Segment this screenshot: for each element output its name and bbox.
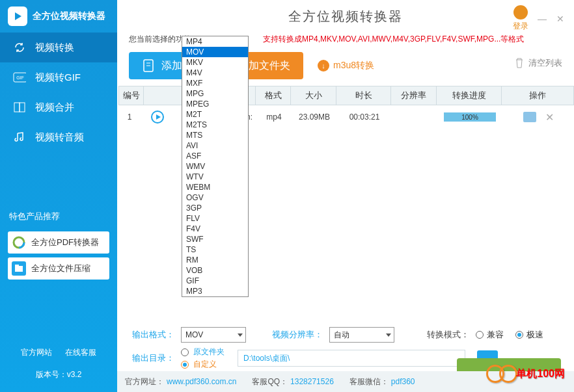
m3u8-button[interactable]: ↓ m3u8转换 [318, 60, 374, 72]
nav-video-convert[interactable]: 视频转换 [0, 33, 117, 62]
login-button[interactable]: 登录 [513, 5, 528, 32]
close-button[interactable]: ✕ [556, 14, 565, 23]
resolution-select[interactable]: 自动 [329, 327, 394, 343]
nav-label: 视频合并 [35, 101, 74, 114]
output-format-label: 输出格式： [129, 329, 174, 341]
th-res: 分辨率 [391, 86, 437, 105]
dropdown-option[interactable]: WTV [182, 172, 248, 182]
dropdown-option[interactable]: MKV [182, 57, 248, 68]
dropdown-option[interactable]: MTS [182, 130, 248, 140]
nav-video-gif[interactable]: GIF 视频转GIF [0, 62, 117, 92]
dropdown-option[interactable]: ASF [182, 151, 248, 161]
th-fmt: 格式 [256, 86, 291, 105]
chevron-down-icon [386, 333, 391, 337]
orig-folder-radio[interactable]: 原文件夹 [181, 346, 225, 358]
th-dur: 时长 [336, 86, 391, 105]
nav-label: 视频转音频 [35, 131, 84, 144]
svg-text:GIF: GIF [16, 75, 24, 80]
dropdown-option[interactable]: MP4 [182, 36, 248, 47]
merge-icon [13, 101, 26, 114]
play-icon[interactable] [151, 111, 164, 124]
dropdown-option[interactable]: M4V [182, 68, 248, 78]
dropdown-option[interactable]: MP3 [182, 286, 248, 296]
nav-label: 视频转换 [35, 42, 74, 54]
user-icon [513, 5, 528, 20]
compress-icon [12, 261, 26, 276]
chevron-down-icon [238, 333, 243, 337]
link-site[interactable]: www.pdf360.com.cn [167, 377, 236, 386]
open-folder-icon[interactable] [523, 112, 536, 122]
dropdown-option[interactable]: TS [182, 244, 248, 255]
dropdown-option[interactable]: MOV [182, 47, 248, 57]
output-dir-label: 输出目录： [129, 352, 174, 364]
trash-icon [514, 57, 525, 69]
app-title: 全方位视频转换器 [288, 8, 403, 25]
nav-label: 视频转GIF [35, 72, 81, 84]
dropdown-option[interactable]: MXF [182, 78, 248, 88]
dropdown-option[interactable]: SWF [182, 234, 248, 244]
recommend-label: 全方位PDF转换器 [31, 237, 99, 248]
recommend-label: 全方位文件压缩 [31, 263, 90, 274]
dropdown-option[interactable]: WEBM [182, 182, 248, 192]
resolution-label: 视频分辨率： [272, 329, 323, 341]
delete-row-icon[interactable]: ✕ [545, 111, 554, 124]
cell-num: 1 [117, 112, 142, 122]
mode-fast-radio[interactable]: 极速 [515, 329, 543, 341]
dropdown-option[interactable]: RM [182, 255, 248, 265]
svg-rect-7 [15, 265, 19, 267]
logo-area: 全方位视频转换器 [0, 0, 117, 33]
pdf-icon [12, 235, 26, 250]
file-icon [142, 59, 156, 73]
cell-fmt: mp4 [256, 112, 292, 122]
recommend-compress[interactable]: 全方位文件压缩 [8, 257, 109, 280]
recommend-title: 特色产品推荐 [0, 204, 117, 228]
nav-video-audio[interactable]: 视频转音频 [0, 122, 117, 152]
th-op: 操作 [502, 86, 573, 105]
recommend-pdf[interactable]: 全方位PDF转换器 [8, 231, 109, 254]
logo-icon [8, 7, 27, 26]
logo-text: 全方位视频转换器 [33, 10, 105, 22]
hint-formats: 支持转换成MP4,MKV,MOV,AVI,MWV,M4V,3GP,FLV,F4V… [263, 34, 524, 45]
progress-bar: 100% [444, 112, 496, 122]
svg-rect-3 [20, 103, 25, 112]
dropdown-option[interactable]: M2T [182, 109, 248, 120]
dropdown-option[interactable]: GIF [182, 276, 248, 286]
mode-label: 转换模式： [427, 329, 469, 341]
dropdown-option[interactable]: OGV [182, 192, 248, 203]
gif-icon: GIF [13, 71, 26, 84]
cell-size: 23.09MB [292, 112, 337, 122]
dropdown-option[interactable]: M2TS [182, 120, 248, 130]
dropdown-option[interactable]: 3GP [182, 203, 248, 213]
dropdown-option[interactable]: FLV [182, 213, 248, 224]
custom-folder-radio[interactable]: 自定义 [181, 359, 225, 370]
nav-video-merge[interactable]: 视频合并 [0, 92, 117, 122]
svg-rect-6 [15, 266, 23, 272]
output-format-select[interactable]: MOV [181, 327, 246, 343]
format-dropdown[interactable]: MP4MOVMKVM4VMXFMPGMPEGM2TM2TSMTSAVIASFWM… [182, 36, 249, 297]
music-icon [13, 131, 26, 144]
minimize-button[interactable]: — [538, 14, 547, 23]
th-num: 编号 [119, 86, 144, 105]
output-path-input[interactable]: D:\tools\桌面\ [238, 350, 465, 367]
dropdown-option[interactable]: MPEG [182, 99, 248, 109]
dropdown-option[interactable]: WMV [182, 161, 248, 172]
link-qq[interactable]: 1328271526 [290, 377, 334, 386]
dropdown-option[interactable]: AVI [182, 140, 248, 151]
refresh-icon [13, 41, 26, 54]
download-icon: ↓ [318, 60, 329, 72]
dropdown-option[interactable]: VOB [182, 265, 248, 276]
cell-dur: 00:03:21 [337, 112, 392, 122]
dropdown-option[interactable]: F4V [182, 224, 248, 234]
clear-list-button[interactable]: 清空列表 [514, 57, 562, 69]
dropdown-option[interactable]: MPG [182, 88, 248, 99]
mode-compat-radio[interactable]: 兼容 [476, 329, 504, 341]
watermark: 单机100网 [486, 365, 565, 383]
version: 版本号：v3.2 [0, 369, 117, 380]
link-official[interactable]: 官方网站 [21, 347, 52, 358]
link-wx[interactable]: pdf360 [391, 377, 415, 386]
th-size: 大小 [291, 86, 336, 105]
link-support[interactable]: 在线客服 [65, 347, 96, 358]
th-prog: 转换进度 [437, 86, 502, 105]
svg-rect-2 [14, 103, 20, 112]
